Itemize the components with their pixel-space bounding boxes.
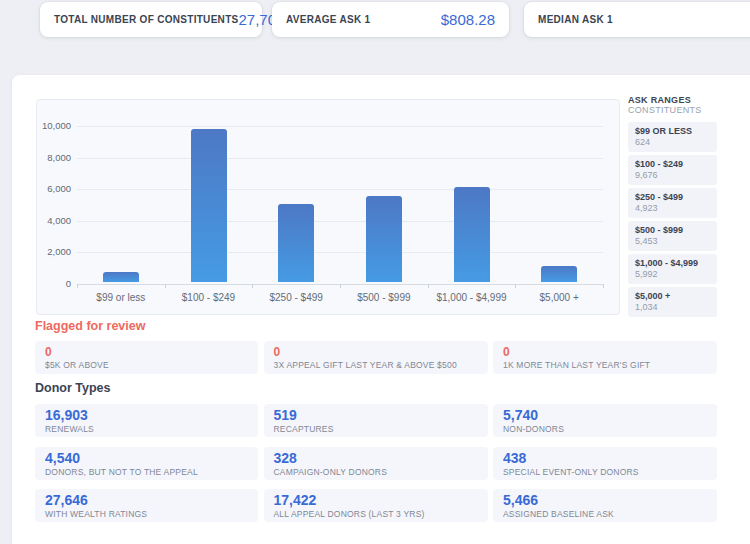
x-axis-tick — [428, 284, 429, 288]
x-axis-tick — [165, 284, 166, 288]
x-axis-category-label: $99 or less — [77, 292, 165, 303]
y-axis-tick-label: 6,000 — [37, 183, 71, 194]
x-axis-category-label: $100 - $249 — [165, 292, 253, 303]
dashboard-page: TOTAL NUMBER OF CONSTITUENTS 27,702 AVER… — [0, 0, 750, 544]
x-axis-category-label: $1,000 - $4,999 — [428, 292, 516, 303]
ask-range-item[interactable]: $1,000 - $4,999 5,992 — [628, 254, 717, 284]
donor-type-tile[interactable]: 5,740 NON-DONORS — [493, 404, 717, 437]
ask-range-item[interactable]: $99 OR LESS 624 — [628, 122, 717, 152]
flagged-count: 0 — [45, 344, 248, 360]
ask-ranges-list: $99 OR LESS 624 $100 - $249 9,676 $250 -… — [628, 122, 717, 317]
donor-type-label: ALL APPEAL DONORS (LAST 3 YRS) — [274, 509, 478, 520]
stat-value: $808.28 — [441, 11, 495, 28]
donor-type-label: RECAPTURES — [274, 424, 478, 435]
flagged-tile[interactable]: 0 1K MORE THAN LAST YEAR'S GIFT — [493, 341, 717, 374]
chart-bar[interactable] — [191, 129, 227, 282]
ask-range-label: $5,000 + — [635, 291, 710, 302]
donor-type-count: 17,422 — [274, 491, 478, 509]
flagged-label: 1K MORE THAN LAST YEAR'S GIFT — [503, 360, 707, 371]
donor-type-tiles: 16,903 RENEWALS 519 RECAPTURES 5,740 NON… — [35, 404, 717, 522]
donor-type-tile[interactable]: 328 CAMPAIGN-ONLY DONORS — [264, 447, 488, 480]
donor-type-label: RENEWALS — [45, 424, 248, 435]
flagged-for-review-title: Flagged for review — [35, 319, 145, 333]
flagged-tile[interactable]: 0 3X APPEAL GIFT LAST YEAR & ABOVE $500 — [264, 341, 488, 374]
donor-type-count: 519 — [274, 406, 478, 424]
x-axis-tick — [340, 284, 341, 288]
ask-range-label: $100 - $249 — [635, 159, 710, 170]
x-axis-category-label: $500 - $999 — [340, 292, 428, 303]
flagged-label: 3X APPEAL GIFT LAST YEAR & ABOVE $500 — [274, 360, 478, 371]
donor-type-count: 438 — [503, 449, 707, 467]
ask-range-item[interactable]: $250 - $499 4,923 — [628, 188, 717, 218]
x-axis-category-label: $250 - $499 — [252, 292, 340, 303]
main-panel: 02,0004,0006,0008,00010,000$99 or less$1… — [12, 75, 750, 544]
chart-bar[interactable] — [278, 204, 314, 282]
ask-range-item[interactable]: $100 - $249 9,676 — [628, 155, 717, 185]
donor-type-label: SPECIAL EVENT-ONLY DONORS — [503, 467, 707, 478]
ask-ranges-legend: ASK RANGES CONSTITUENTS $99 OR LESS 624 … — [628, 95, 717, 320]
donor-type-label: WITH WEALTH RATINGS — [45, 509, 248, 520]
donor-type-count: 27,646 — [45, 491, 248, 509]
ask-range-count: 624 — [635, 137, 710, 148]
gridline — [77, 221, 603, 222]
stat-label: MEDIAN ASK 1 — [538, 14, 613, 25]
stat-card-average-ask: AVERAGE ASK 1 $808.28 — [272, 2, 509, 37]
flagged-count: 0 — [274, 344, 478, 360]
stat-card-median-ask: MEDIAN ASK 1 $380 — [524, 2, 750, 37]
chart-bar[interactable] — [541, 266, 577, 282]
gridline — [77, 189, 603, 190]
x-axis-tick — [603, 284, 604, 288]
ask-ranges-subtitle: CONSTITUENTS — [628, 105, 717, 115]
chart-bar[interactable] — [103, 272, 139, 282]
stat-label: AVERAGE ASK 1 — [286, 14, 370, 25]
donor-type-count: 4,540 — [45, 449, 248, 467]
donor-type-label: CAMPAIGN-ONLY DONORS — [274, 467, 478, 478]
ask-ranges-title: ASK RANGES — [628, 95, 717, 105]
donor-type-count: 16,903 — [45, 406, 248, 424]
y-axis-tick-label: 0 — [37, 278, 71, 289]
chart-bar[interactable] — [454, 187, 490, 282]
donor-type-label: DONORS, BUT NOT TO THE APPEAL — [45, 467, 248, 478]
ask-range-count: 1,034 — [635, 302, 710, 313]
donor-type-tile[interactable]: 5,466 ASSIGNED BASELINE ASK — [493, 489, 717, 522]
donor-type-tile[interactable]: 519 RECAPTURES — [264, 404, 488, 437]
flagged-tiles: 0 $5K OR ABOVE 0 3X APPEAL GIFT LAST YEA… — [35, 341, 717, 374]
gridline — [77, 126, 603, 127]
ask-range-label: $250 - $499 — [635, 192, 710, 203]
y-axis-tick-label: 8,000 — [37, 152, 71, 163]
gridline — [77, 158, 603, 159]
ask-range-count: 5,453 — [635, 236, 710, 247]
stat-card-total-constituents: TOTAL NUMBER OF CONSTITUENTS 27,702 — [40, 2, 262, 37]
flagged-tile[interactable]: 0 $5K OR ABOVE — [35, 341, 258, 374]
ask-range-count: 4,923 — [635, 203, 710, 214]
ask-range-label: $1,000 - $4,999 — [635, 258, 710, 269]
donor-type-tile[interactable]: 438 SPECIAL EVENT-ONLY DONORS — [493, 447, 717, 480]
x-axis-tick — [77, 284, 78, 288]
y-axis-tick-label: 2,000 — [37, 246, 71, 257]
flagged-count: 0 — [503, 344, 707, 360]
stat-label: TOTAL NUMBER OF CONSTITUENTS — [54, 14, 239, 25]
flagged-label: $5K OR ABOVE — [45, 360, 248, 371]
donor-type-tile[interactable]: 4,540 DONORS, BUT NOT TO THE APPEAL — [35, 447, 258, 480]
donor-type-tile[interactable]: 16,903 RENEWALS — [35, 404, 258, 437]
donor-type-count: 5,740 — [503, 406, 707, 424]
donor-type-count: 5,466 — [503, 491, 707, 509]
donor-type-tile[interactable]: 27,646 WITH WEALTH RATINGS — [35, 489, 258, 522]
donor-type-count: 328 — [274, 449, 478, 467]
donor-type-tile[interactable]: 17,422 ALL APPEAL DONORS (LAST 3 YRS) — [264, 489, 488, 522]
ask-range-item[interactable]: $500 - $999 5,453 — [628, 221, 717, 251]
ask-range-count: 9,676 — [635, 170, 710, 181]
ask-range-item[interactable]: $5,000 + 1,034 — [628, 287, 717, 317]
x-axis-category-label: $5,000 + — [515, 292, 603, 303]
ask-range-count: 5,992 — [635, 269, 710, 280]
gridline — [77, 252, 603, 253]
chart-bar[interactable] — [366, 196, 402, 282]
ask-range-label: $99 OR LESS — [635, 126, 710, 137]
ask-range-label: $500 - $999 — [635, 225, 710, 236]
donor-type-label: ASSIGNED BASELINE ASK — [503, 509, 707, 520]
x-axis-tick — [252, 284, 253, 288]
y-axis-tick-label: 4,000 — [37, 215, 71, 226]
y-axis-tick-label: 10,000 — [37, 120, 71, 131]
x-axis-tick — [515, 284, 516, 288]
ask-ranges-bar-chart: 02,0004,0006,0008,00010,000$99 or less$1… — [36, 99, 620, 315]
